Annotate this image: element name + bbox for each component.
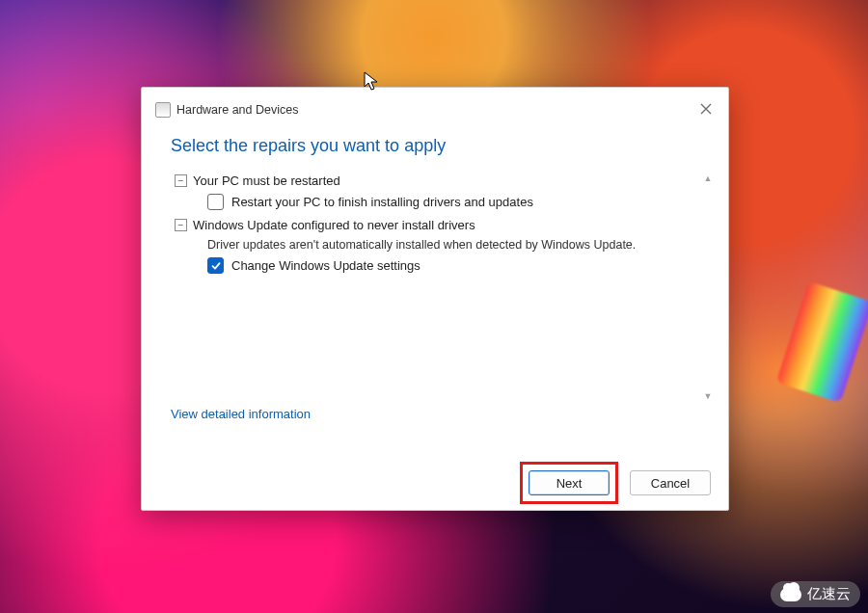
titlebar: Hardware and Devices <box>142 88 728 132</box>
scrollbar[interactable]: ▲ ▼ <box>703 173 713 401</box>
repair-option-label: Change Windows Update settings <box>231 258 420 273</box>
collapse-icon: − <box>175 219 187 231</box>
watermark-text: 亿速云 <box>807 585 851 603</box>
cancel-button[interactable]: Cancel <box>630 470 711 495</box>
repair-group-title: Windows Update configured to never insta… <box>193 218 475 232</box>
dialog-footer: Next Cancel <box>142 456 728 510</box>
next-button[interactable]: Next <box>529 470 610 495</box>
repair-option-label: Restart your PC to finish installing dri… <box>231 195 533 209</box>
checkbox-unchecked-icon <box>207 194 224 210</box>
repair-option[interactable]: Restart your PC to finish installing dri… <box>207 194 690 210</box>
window-title: Hardware and Devices <box>176 103 298 117</box>
repair-group-title: Your PC must be restarted <box>193 173 340 188</box>
repair-option[interactable]: Change Windows Update settings <box>207 257 690 274</box>
troubleshooter-dialog: Hardware and Devices Select the repairs … <box>141 87 729 511</box>
repair-group: − Windows Update configured to never ins… <box>175 218 690 274</box>
view-detailed-link[interactable]: View detailed information <box>171 407 311 421</box>
repairs-list: − Your PC must be restarted Restart your… <box>171 173 713 401</box>
repair-group: − Your PC must be restarted Restart your… <box>175 173 690 210</box>
scroll-down-icon: ▼ <box>704 391 713 401</box>
checkbox-checked-icon <box>207 257 224 274</box>
scroll-up-icon: ▲ <box>704 173 713 183</box>
dialog-heading: Select the repairs you want to apply <box>171 136 699 156</box>
collapse-icon: − <box>175 174 187 187</box>
repair-group-header[interactable]: − Windows Update configured to never ins… <box>175 218 690 232</box>
annotation-highlight: Next <box>520 462 618 504</box>
close-button[interactable] <box>693 97 719 122</box>
repair-group-header[interactable]: − Your PC must be restarted <box>175 173 690 188</box>
window-icon <box>155 102 171 118</box>
repair-group-description: Driver updates aren't automatically inst… <box>207 238 690 252</box>
dialog-body: Select the repairs you want to apply − Y… <box>142 132 728 456</box>
watermark: 亿速云 <box>771 581 860 607</box>
cloud-icon <box>780 588 801 601</box>
close-icon <box>700 102 712 118</box>
